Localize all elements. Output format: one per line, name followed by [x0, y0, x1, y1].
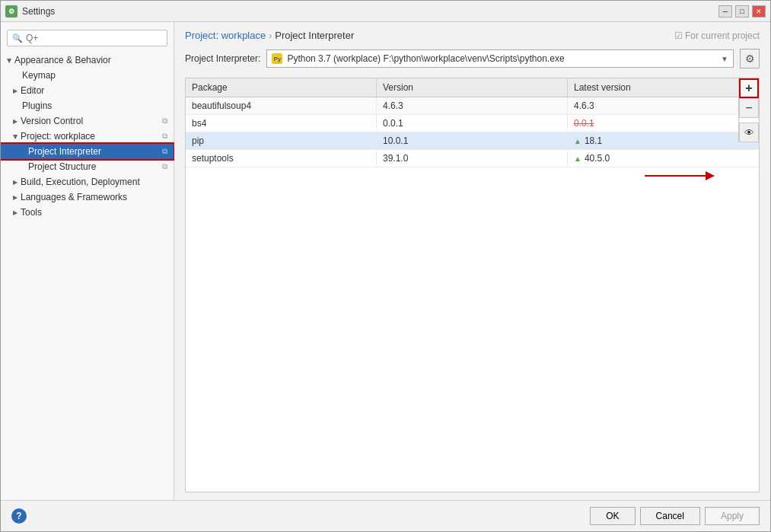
footer-buttons: OK Cancel Apply: [590, 507, 760, 525]
td-version: 4.6.3: [377, 97, 568, 114]
td-package: beautifulsoup4: [186, 97, 377, 114]
expand-arrow-icon: ▶: [13, 179, 18, 186]
table-row[interactable]: setuptools 39.1.0 ▲ 40.5.0: [186, 150, 759, 167]
minimize-button[interactable]: ─: [718, 5, 732, 18]
interpreter-select[interactable]: Py Python 3.7 (workplace) F:\python\work…: [266, 49, 734, 68]
interpreter-label: Project Interpreter:: [185, 53, 260, 64]
window-controls: ─ □ ✕: [718, 5, 766, 18]
sidebar-item-project-workplace[interactable]: ▶ Project: workplace ⧉: [1, 129, 174, 144]
th-package: Package: [186, 78, 377, 97]
eye-button[interactable]: 👁: [739, 123, 759, 142]
td-latest: ▲ 40.5.0: [568, 150, 759, 167]
expand-arrow-icon: ▶: [13, 194, 18, 201]
search-icon: 🔍: [12, 33, 23, 43]
settings-window: ⚙ Settings ─ □ ✕ 🔍 ▶ Appearance & Behavi…: [0, 0, 771, 532]
sidebar-item-label: Project Interpreter: [28, 146, 101, 157]
main-content: 🔍 ▶ Appearance & Behavior Keymap ▶ Edito…: [1, 22, 770, 500]
apply-button[interactable]: Apply: [705, 507, 760, 525]
sidebar-item-label: Appearance & Behavior: [14, 55, 111, 65]
td-package: bs4: [186, 115, 377, 132]
expand-arrow-icon: ▶: [13, 209, 18, 216]
th-latest: Latest version: [568, 78, 759, 97]
sidebar-item-project-interpreter[interactable]: Project Interpreter ⧉: [1, 144, 174, 159]
breadcrumb-separator: ›: [269, 30, 272, 41]
td-package: setuptools: [186, 150, 377, 167]
sidebar-item-editor[interactable]: ▶ Editor: [1, 83, 174, 98]
td-latest: 0.0.1: [568, 115, 759, 132]
copy-icon: ⧉: [162, 162, 167, 171]
sidebar-item-tools[interactable]: ▶ Tools: [1, 205, 174, 220]
table-header: Package Version Latest version: [186, 78, 759, 97]
copy-icon: ⧉: [162, 147, 167, 156]
breadcrumb-link[interactable]: ☑ For current project: [674, 30, 760, 41]
ok-button[interactable]: OK: [590, 507, 635, 525]
search-input[interactable]: [26, 33, 162, 43]
sidebar-item-languages[interactable]: ▶ Languages & Frameworks: [1, 190, 174, 205]
sidebar-item-label: Project Structure: [28, 161, 96, 172]
table-side-buttons: + − 👁: [738, 78, 759, 142]
td-version: 39.1.0: [377, 150, 568, 167]
python-icon: Py: [272, 53, 282, 64]
copy-icon: ⧉: [162, 116, 167, 126]
breadcrumb-current: Project Interpreter: [275, 30, 354, 41]
window-title: Settings: [22, 6, 55, 17]
title-bar-left: ⚙ Settings: [5, 5, 55, 18]
expand-arrow-icon: ▶: [12, 134, 19, 139]
sidebar-item-version-control[interactable]: ▶ Version Control ⧉: [1, 113, 174, 129]
sidebar-item-project-structure[interactable]: Project Structure ⧉: [1, 159, 174, 174]
upgrade-arrow-icon: ▲: [574, 155, 581, 163]
th-version: Version: [377, 78, 568, 97]
td-latest: 4.6.3: [568, 97, 759, 114]
sidebar-item-label: Project: workplace: [21, 131, 95, 142]
cancel-button[interactable]: Cancel: [640, 507, 700, 525]
packages-table: Package Version Latest version beautiful…: [185, 78, 760, 492]
table-body: beautifulsoup4 4.6.3 4.6.3 bs4 0.0.1 0.0…: [186, 97, 759, 492]
sidebar-item-label: Editor: [21, 85, 44, 96]
content-area: Project: workplace › Project Interpreter…: [174, 22, 770, 500]
upgrade-arrow-icon: ▲: [574, 137, 581, 145]
table-row[interactable]: bs4 0.0.1 0.0.1: [186, 115, 759, 132]
expand-arrow-icon: ▶: [13, 88, 18, 94]
help-button[interactable]: ?: [11, 508, 27, 524]
td-version: 10.0.1: [377, 132, 568, 149]
expand-arrow-icon: ▶: [6, 58, 13, 62]
gear-button[interactable]: ⚙: [740, 49, 760, 68]
sidebar-item-appearance[interactable]: ▶ Appearance & Behavior: [1, 53, 174, 68]
breadcrumb: Project: workplace › Project Interpreter…: [185, 30, 760, 41]
search-box[interactable]: 🔍: [7, 30, 167, 46]
remove-package-button[interactable]: −: [739, 98, 759, 118]
maximize-button[interactable]: □: [735, 5, 749, 18]
sidebar-item-label: Tools: [21, 207, 42, 218]
sidebar-item-label: Languages & Frameworks: [21, 192, 127, 202]
interpreter-row: Project Interpreter: Py Python 3.7 (work…: [185, 49, 760, 68]
sidebar-item-build-execution[interactable]: ▶ Build, Execution, Deployment: [1, 174, 174, 190]
sidebar: 🔍 ▶ Appearance & Behavior Keymap ▶ Edito…: [1, 22, 174, 500]
breadcrumb-parent[interactable]: Project: workplace: [185, 30, 266, 41]
copy-icon: ⧉: [162, 132, 167, 141]
app-icon: ⚙: [5, 5, 18, 18]
table-row[interactable]: pip 10.0.1 ▲ 18.1: [186, 132, 759, 150]
table-row[interactable]: beautifulsoup4 4.6.3 4.6.3: [186, 97, 759, 115]
td-latest: ▲ 18.1: [568, 132, 759, 149]
td-package: pip: [186, 132, 377, 149]
interpreter-value: Python 3.7 (workplace) F:\python\workpla…: [287, 53, 716, 64]
add-package-button[interactable]: +: [739, 78, 759, 98]
sidebar-item-label: Keymap: [22, 70, 56, 81]
expand-arrow-icon: ▶: [13, 118, 18, 125]
sidebar-item-plugins[interactable]: Plugins: [1, 98, 174, 113]
sidebar-item-keymap[interactable]: Keymap: [1, 68, 174, 83]
td-version: 0.0.1: [377, 115, 568, 132]
dropdown-arrow-icon: ▼: [721, 55, 728, 63]
sidebar-item-label: Plugins: [22, 100, 52, 111]
close-button[interactable]: ✕: [752, 5, 766, 18]
sidebar-item-label: Version Control: [21, 116, 83, 126]
sidebar-item-label: Build, Execution, Deployment: [21, 177, 140, 187]
title-bar: ⚙ Settings ─ □ ✕: [1, 1, 770, 22]
footer: ? OK Cancel Apply: [1, 500, 770, 531]
